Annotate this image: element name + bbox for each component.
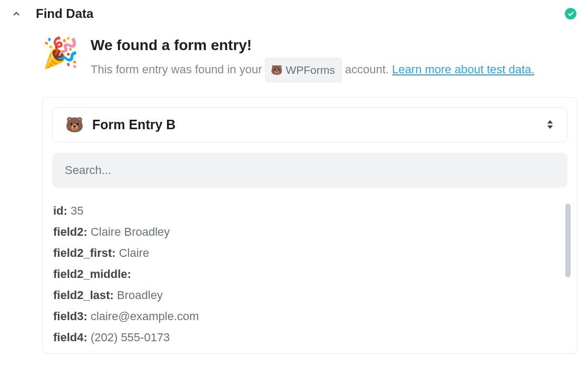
data-panel: 🐻 Form Entry B id: 35field2: Claire Broa… <box>42 97 577 354</box>
found-heading: We found a form entry! <box>91 37 588 54</box>
chevron-up-icon[interactable] <box>12 9 21 18</box>
field-row: field2: Claire Broadley <box>53 222 566 243</box>
found-banner: 🎉 We found a form entry! This form entry… <box>42 37 588 82</box>
entry-select[interactable]: 🐻 Form Entry B <box>52 107 567 142</box>
header-left: Find Data <box>12 6 93 21</box>
content: 🎉 We found a form entry! This form entry… <box>0 26 588 354</box>
field-key: id: <box>53 204 67 217</box>
field-row: field4: (202) 555-0173 <box>53 327 566 348</box>
field-value: (202) 555-0173 <box>87 331 170 344</box>
field-row: field2_middle: <box>53 264 566 285</box>
found-description: This form entry was found in your 🐻 WPFo… <box>91 58 588 82</box>
field-key: field2_middle: <box>53 267 131 281</box>
section-title: Find Data <box>36 6 93 21</box>
field-value: Claire Broadley <box>87 225 170 238</box>
select-left: 🐻 Form Entry B <box>65 116 175 133</box>
field-key: field2_first: <box>53 246 116 259</box>
field-value: Broadley <box>114 289 163 302</box>
section-header: Find Data <box>0 0 588 26</box>
field-row: id: 35 <box>53 200 566 222</box>
learn-more-link[interactable]: Learn more about test data. <box>392 63 534 76</box>
desc-suffix: account. <box>345 63 392 76</box>
wpforms-chip: 🐻 WPForms <box>265 58 341 82</box>
field-key: field3: <box>53 310 87 323</box>
field-value: claire@example.com <box>87 310 199 323</box>
desc-prefix: This form entry was found in your <box>91 63 265 76</box>
found-text: We found a form entry! This form entry w… <box>91 37 588 82</box>
search-input[interactable] <box>52 153 567 188</box>
field-key: field4: <box>53 331 87 344</box>
field-row: field2_last: Broadley <box>53 285 566 306</box>
wpforms-icon: 🐻 <box>65 116 84 133</box>
field-value: Claire <box>116 246 150 259</box>
fields-area-wrap: id: 35field2: Claire Broadleyfield2_firs… <box>52 200 567 348</box>
field-row: field2_first: Claire <box>53 243 566 264</box>
fields-list: id: 35field2: Claire Broadleyfield2_firs… <box>52 200 567 348</box>
svg-marker-0 <box>547 120 553 124</box>
status-check-icon <box>565 8 576 20</box>
field-value: 35 <box>67 204 84 217</box>
field-key: field2_last: <box>53 289 114 302</box>
wpforms-chip-icon: 🐻 <box>271 62 282 79</box>
scrollbar-thumb[interactable] <box>565 204 571 277</box>
sort-icon <box>546 119 554 130</box>
party-popper-icon: 🎉 <box>42 38 79 68</box>
chip-label: WPForms <box>286 61 335 80</box>
field-key: field2: <box>53 225 87 238</box>
svg-marker-1 <box>547 126 553 129</box>
select-label: Form Entry B <box>92 117 175 132</box>
field-row: field3: claire@example.com <box>53 306 566 327</box>
